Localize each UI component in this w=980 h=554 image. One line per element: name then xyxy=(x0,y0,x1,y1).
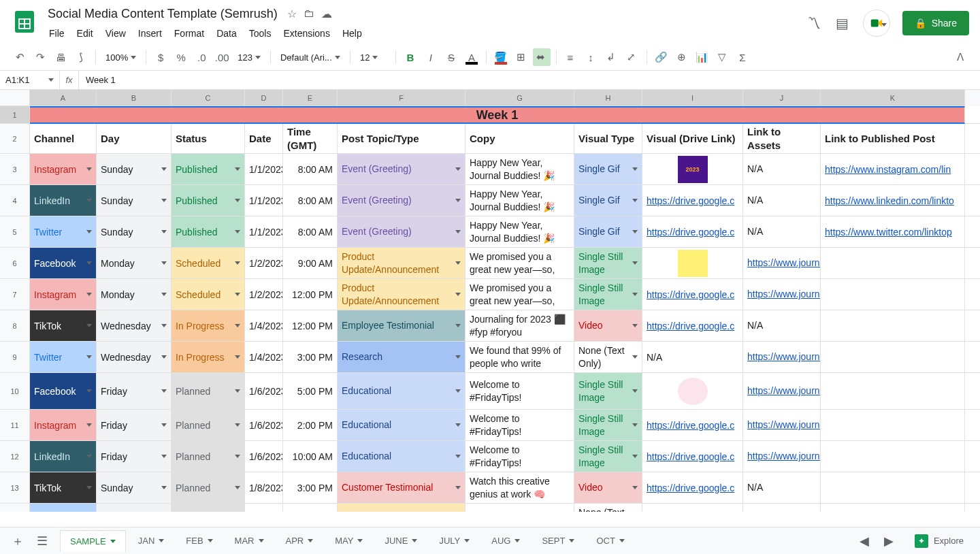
status-cell[interactable]: Published xyxy=(172,154,245,184)
header-cell[interactable]: Link to Assets xyxy=(743,124,821,153)
visual-cell[interactable] xyxy=(642,248,743,278)
sheet-tab-feb[interactable]: FEB xyxy=(176,530,222,551)
channel-cell[interactable]: LinkedIn xyxy=(30,185,97,216)
add-sheet-button[interactable]: ＋ xyxy=(8,532,27,551)
col-header-C[interactable]: C xyxy=(172,90,245,106)
row-header-14[interactable]: 14 xyxy=(0,504,30,512)
visual-cell[interactable]: https://drive.google.c xyxy=(642,310,743,341)
header-cell[interactable]: Post Topic/Type xyxy=(338,124,466,153)
print-button[interactable]: 🖶 xyxy=(52,48,69,66)
topic-cell[interactable]: Event (Greeting) xyxy=(338,154,466,184)
sheet-tab-mar[interactable]: MAR xyxy=(225,530,274,551)
increase-decimal-button[interactable]: .00 xyxy=(213,48,231,66)
col-header-A[interactable]: A xyxy=(30,90,97,106)
visual-cell[interactable]: https://drive.google.c xyxy=(642,441,743,472)
menu-tools[interactable]: Tools xyxy=(244,25,277,42)
comment-button[interactable]: ⊕ xyxy=(673,48,691,66)
channel-cell[interactable]: TikTok xyxy=(30,472,97,503)
status-cell[interactable]: Planned xyxy=(172,373,245,409)
date-cell[interactable]: 1/2/2023 xyxy=(245,279,283,310)
sheet-tab-july[interactable]: JULY xyxy=(429,530,479,551)
assets-cell[interactable]: https://www.journalingwithfrien xyxy=(743,410,821,440)
decrease-decimal-button[interactable]: .0 xyxy=(193,48,210,66)
channel-cell[interactable]: Twitter xyxy=(30,216,97,247)
menu-file[interactable]: File xyxy=(44,25,70,42)
share-button[interactable]: 🔒 Share xyxy=(902,11,969,35)
copy-cell[interactable]: Happy New Year, Journal Buddies! 🎉 xyxy=(466,154,574,184)
visual-cell[interactable]: https://drive.google.c xyxy=(642,472,743,503)
date-cell[interactable]: 1/1/2023 xyxy=(245,154,283,184)
cloud-icon[interactable]: ☁ xyxy=(321,7,332,20)
row-header-7[interactable]: 7 xyxy=(0,279,30,310)
time-cell[interactable]: 5:00 PM xyxy=(283,373,338,409)
topic-cell[interactable]: Educational xyxy=(338,441,466,472)
visual-cell[interactable]: N/A xyxy=(642,504,743,512)
time-cell[interactable]: 3:00 PM xyxy=(283,472,338,503)
published-cell[interactable] xyxy=(821,504,965,512)
menu-data[interactable]: Data xyxy=(211,25,242,42)
date-cell[interactable]: 1/1/2023 xyxy=(245,216,283,247)
topic-cell[interactable]: Employee Testimonial xyxy=(338,310,466,341)
comments-icon[interactable]: ▤ xyxy=(834,15,851,31)
visual-type-cell[interactable]: Single Gif xyxy=(574,185,642,216)
topic-cell[interactable]: Event (Greeting) xyxy=(338,185,466,216)
channel-cell[interactable]: Instagram xyxy=(30,279,97,310)
time-cell[interactable]: 8:00 AM xyxy=(283,185,338,216)
date-cell[interactable]: 1/4/2023 xyxy=(245,342,283,372)
status-cell[interactable]: Published xyxy=(172,216,245,247)
all-sheets-button[interactable]: ☰ xyxy=(33,532,52,551)
spreadsheet-grid[interactable]: ABCDEFGHIJK 1Week 12ChannelDayStatusDate… xyxy=(0,90,980,512)
text-color-button[interactable]: A xyxy=(463,48,480,66)
day-cell[interactable]: Sunday xyxy=(97,216,172,247)
link-button[interactable]: 🔗 xyxy=(653,48,670,66)
topic-cell[interactable]: Educational xyxy=(338,373,466,409)
topic-cell[interactable]: Educational xyxy=(338,410,466,440)
copy-cell[interactable]: Welcome to #FridayTips! xyxy=(466,410,574,440)
assets-cell[interactable]: N/A xyxy=(743,472,821,503)
chart-button[interactable]: 📊 xyxy=(693,48,711,66)
col-header-G[interactable]: G xyxy=(466,90,574,106)
published-cell[interactable]: https://www.twitter.com/linktop xyxy=(821,216,965,247)
header-cell[interactable]: Day xyxy=(97,124,172,153)
copy-cell[interactable]: We promised you a great new year—so, xyxy=(466,279,574,310)
wrap-button[interactable]: ↲ xyxy=(603,48,621,66)
name-box[interactable]: A1:K1 xyxy=(0,71,60,89)
move-icon[interactable]: 🗀 xyxy=(304,7,314,20)
channel-cell[interactable]: Facebook xyxy=(30,248,97,278)
channel-cell[interactable]: Twitter xyxy=(30,504,97,512)
redo-button[interactable]: ↷ xyxy=(31,48,49,66)
visual-type-cell[interactable]: None (Text Only) xyxy=(574,504,642,512)
sheet-tab-oct[interactable]: OCT xyxy=(587,530,634,551)
published-cell[interactable] xyxy=(821,310,965,341)
published-cell[interactable] xyxy=(821,373,965,409)
sheet-tab-aug[interactable]: AUG xyxy=(482,530,529,551)
date-cell[interactable]: 1/8/2023 xyxy=(245,504,283,512)
header-cell[interactable]: Link to Published Post xyxy=(821,124,965,153)
document-title[interactable]: Social Media Content Template (Semrush) xyxy=(44,5,282,22)
copy-cell[interactable]: Journaling for 2023 ⬛ #fyp #foryou xyxy=(466,310,574,341)
copy-cell[interactable]: We found that 99% of people who write xyxy=(466,342,574,372)
functions-button[interactable]: Σ xyxy=(734,48,752,66)
status-cell[interactable]: Planned xyxy=(172,504,245,512)
explore-button[interactable]: ✦ Explore xyxy=(906,530,972,552)
header-cell[interactable]: Visual (Drive Link) xyxy=(642,124,743,153)
date-cell[interactable]: 1/4/2023 xyxy=(245,310,283,341)
col-header-B[interactable]: B xyxy=(97,90,172,106)
col-header-D[interactable]: D xyxy=(245,90,283,106)
visual-type-cell[interactable]: Single Gif xyxy=(574,154,642,184)
sheet-tab-june[interactable]: JUNE xyxy=(375,530,427,551)
day-cell[interactable]: Friday xyxy=(97,410,172,440)
time-cell[interactable]: 2:00 PM xyxy=(283,504,338,512)
sheet-tab-sept[interactable]: SEPT xyxy=(532,530,584,551)
sheet-tab-apr[interactable]: APR xyxy=(276,530,323,551)
visual-cell[interactable]: N/A xyxy=(642,342,743,372)
visual-type-cell[interactable]: Video xyxy=(574,472,642,503)
activity-icon[interactable]: 〽 xyxy=(806,15,822,31)
day-cell[interactable]: Monday xyxy=(97,248,172,278)
time-cell[interactable]: 12:00 PM xyxy=(283,279,338,310)
topic-cell[interactable]: Customer Testimonial xyxy=(338,472,466,503)
topic-cell[interactable]: Event (Greeting) xyxy=(338,216,466,247)
visual-cell[interactable]: https://drive.google.c xyxy=(642,216,743,247)
copy-cell[interactable]: We promised you a great new year—so, xyxy=(466,248,574,278)
menu-edit[interactable]: Edit xyxy=(71,25,99,42)
